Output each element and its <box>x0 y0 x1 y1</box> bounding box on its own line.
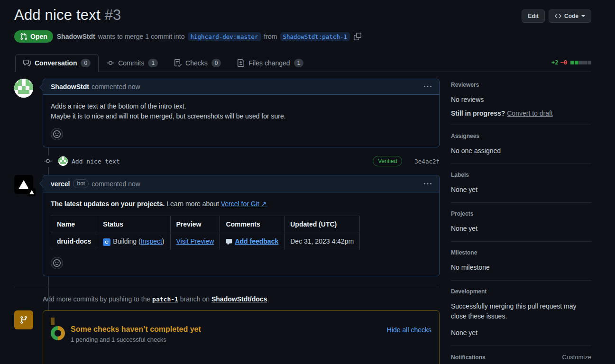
code-button[interactable]: Code <box>549 9 591 23</box>
inspect-link[interactable]: Inspect <box>141 237 162 245</box>
diffstat: +2 −0 <box>551 59 591 72</box>
comment-author[interactable]: vercel <box>51 180 70 188</box>
comment-timestamp: commented now <box>92 83 140 91</box>
vercel-avatar[interactable] <box>14 175 33 194</box>
pr-author-link[interactable]: ShadowStdt <box>57 33 95 40</box>
add-reaction-button[interactable] <box>51 257 63 269</box>
pr-number: #3 <box>105 7 121 23</box>
comment-shadowstdt: ShadowStdt commented now Adds a nice tex… <box>14 79 440 147</box>
comment-text-line: Adds a nice text at the bottom of the in… <box>51 101 431 111</box>
add-reaction-button[interactable] <box>51 128 63 140</box>
diffstat-deletions: −0 <box>560 59 567 66</box>
identicon-image <box>58 156 68 166</box>
git-pull-request-icon <box>20 33 28 40</box>
commit-author-avatar[interactable] <box>58 156 68 166</box>
labels-title[interactable]: Labels <box>451 172 591 178</box>
assignees-empty-text: No one assigned <box>451 146 591 156</box>
development-empty-text: None yet <box>451 328 591 338</box>
identicon-image <box>14 79 33 98</box>
updated-cell: Dec 31, 2023 4:42pm <box>285 233 360 250</box>
vercel-preview-table: Name Status Preview Comments Updated (UT… <box>51 216 360 250</box>
pr-page: Add nice text #3 Edit Code Open ShadowSt… <box>0 0 615 364</box>
tab-checks[interactable]: Checks 0 <box>166 54 229 72</box>
visit-preview-link[interactable]: Visit Preview <box>176 237 214 245</box>
sidebar-section-milestone: Milestone No milestone <box>451 249 591 281</box>
comment-caret-inner <box>40 83 44 91</box>
tab-commits[interactable]: Commits 1 <box>99 54 166 72</box>
projects-title[interactable]: Projects <box>451 210 591 217</box>
comment-box: vercel bot commented now The latest upda… <box>43 175 440 276</box>
tab-files-changed[interactable]: Files changed 1 <box>229 54 312 72</box>
tab-commits-count: 1 <box>148 59 158 67</box>
sidebar-section-projects: Projects None yet <box>451 210 591 242</box>
repo-link[interactable]: ShadowStdt/docs <box>211 295 267 303</box>
avatar[interactable] <box>14 79 33 98</box>
vercel-for-git-link[interactable]: Vercel for Git ↗ <box>221 200 267 208</box>
head-branch-label[interactable]: ShadowStdt:patch-1 <box>280 32 350 41</box>
table-header-comments: Comments <box>220 216 285 233</box>
assignees-title[interactable]: Assignees <box>451 133 591 139</box>
still-in-progress-text: Still in progress? <box>451 109 505 117</box>
add-feedback-link[interactable]: Add feedback <box>235 237 278 245</box>
smiley-icon <box>53 130 61 138</box>
comment-vercel: vercel bot commented now The latest upda… <box>14 175 440 276</box>
status-text: Building ( <box>113 237 140 245</box>
pr-meta: Open ShadowStdt wants to merge 1 commit … <box>14 30 591 43</box>
copy-icon[interactable] <box>354 33 361 40</box>
tab-conversation-count: 0 <box>81 59 91 67</box>
notifications-title: Notifications <box>451 354 486 361</box>
commit-message-link[interactable]: Add nice text <box>72 158 120 165</box>
vercel-bot-badge-icon <box>28 188 36 196</box>
building-spinner-icon <box>103 238 110 246</box>
tab-checks-count: 0 <box>211 59 221 67</box>
development-title: Development <box>451 288 591 295</box>
comment-header: ShadowStdt commented now <box>43 79 439 95</box>
table-header-status: Status <box>97 216 170 233</box>
push-note-prefix: Add more commits by pushing to the <box>43 295 152 303</box>
bot-badge: bot <box>73 179 89 188</box>
hide-all-checks-link[interactable]: Hide all checks <box>387 326 431 334</box>
milestone-title[interactable]: Milestone <box>451 249 591 256</box>
page-title: Add nice text #3 <box>14 7 121 24</box>
tab-checks-label: Checks <box>185 59 208 67</box>
comment-author[interactable]: ShadowStdt <box>51 83 89 91</box>
sidebar-section-labels: Labels None yet <box>451 172 591 203</box>
comment-timestamp: commented now <box>92 180 140 188</box>
base-branch-label[interactable]: highcard-dev:master <box>188 32 261 41</box>
merge-status-section: Some checks haven’t completed yet 1 pend… <box>14 310 440 364</box>
sidebar-section-reviewers: Reviewers No reviews Still in progress? … <box>451 82 591 125</box>
edit-button[interactable]: Edit <box>522 9 545 23</box>
branch-link[interactable]: patch-1 <box>152 296 178 303</box>
checks-caret-inner <box>55 318 58 325</box>
checks-subtitle: 1 pending and 1 successful checks <box>71 336 201 343</box>
push-note-middle: branch on <box>178 295 211 303</box>
commit-entry: Add nice text Verified 3e4ac2f <box>44 155 440 167</box>
checklist-icon <box>174 59 182 67</box>
comment-text-line: Maybe it is to nice and will not be merg… <box>51 111 431 121</box>
checks-status-box: Some checks haven’t completed yet 1 pend… <box>43 310 440 364</box>
comment-header: vercel bot commented now <box>43 175 439 192</box>
verified-badge[interactable]: Verified <box>373 156 402 166</box>
kebab-menu-icon[interactable] <box>424 180 431 188</box>
table-header-preview: Preview <box>170 216 220 233</box>
open-status-label: Open <box>30 33 47 40</box>
convert-to-draft-link[interactable]: Convert to draft <box>507 109 553 117</box>
sidebar-section-assignees: Assignees No one assigned <box>451 133 591 164</box>
code-icon <box>555 13 561 19</box>
tab-conversation[interactable]: Conversation 0 <box>15 54 99 72</box>
diffstat-additions: +2 <box>551 59 558 66</box>
customize-link[interactable]: Customize <box>562 354 591 361</box>
reviewers-title[interactable]: Reviewers <box>451 82 591 88</box>
git-commit-icon <box>44 155 52 167</box>
convert-to-draft-row: Still in progress? Convert to draft <box>451 109 591 117</box>
code-button-label: Code <box>564 13 578 19</box>
push-note: Add more commits by pushing to the patch… <box>43 295 440 303</box>
tab-conversation-label: Conversation <box>35 59 77 67</box>
project-name-cell: druid-docs <box>51 233 97 250</box>
tab-files-changed-label: Files changed <box>248 59 290 67</box>
diffstat-blocks <box>570 59 591 66</box>
kebab-menu-icon[interactable] <box>424 83 431 91</box>
status-cell: Building (Inspect) <box>97 233 170 250</box>
commit-sha-link[interactable]: 3e4ac2f <box>414 158 440 165</box>
comment-body: Adds a nice text at the bottom of the in… <box>43 95 439 147</box>
